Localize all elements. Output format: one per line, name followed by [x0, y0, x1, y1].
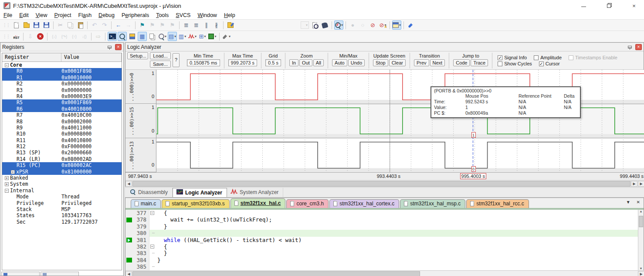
symbol-window-icon[interactable]	[128, 32, 137, 41]
bookmark-clear-icon[interactable]: ⚑	[168, 20, 177, 30]
checkbox-icon[interactable]	[569, 55, 573, 60]
file-tab-stm32f1xx_hal-c[interactable]: stm32f1xx_hal.c	[230, 198, 286, 208]
menu-view[interactable]: View	[32, 12, 51, 19]
dropdown-arrow-icon[interactable]: ▾	[184, 34, 186, 38]
close-panel-icon[interactable]: ×	[115, 44, 122, 50]
checkbox-timestamps-enable[interactable]: Timestamps Enable	[569, 55, 617, 60]
register-row[interactable]: R30x00000000	[2, 87, 122, 93]
file-tab-core_cm3-h[interactable]: core_cm3.h	[286, 199, 329, 208]
code-line[interactable]: 382− {	[125, 243, 639, 250]
register-row[interactable]: R90x40011000	[2, 125, 122, 131]
in-button[interactable]: In	[289, 59, 298, 66]
fold-margin[interactable]	[149, 250, 156, 256]
fold-margin[interactable]: −	[149, 210, 156, 216]
register-row[interactable]: States1033417763	[2, 212, 122, 218]
window-layout-icon[interactable]: ▾	[392, 20, 401, 30]
bookmark-next-icon[interactable]: ⚑	[158, 20, 167, 30]
register-row[interactable]: R00x0001F898	[2, 68, 122, 74]
close-panel-icon[interactable]: ×	[635, 44, 642, 50]
fold-margin[interactable]	[149, 237, 156, 243]
register-row[interactable]: R80x00002000	[2, 119, 122, 125]
scrollbar-thumb[interactable]	[132, 181, 630, 187]
register-row[interactable]: R70x40010C00	[2, 112, 122, 118]
register-row[interactable]: R120xF0000000	[2, 143, 122, 150]
menu-file[interactable]: File	[0, 12, 16, 19]
register-row[interactable]: −Core	[2, 62, 122, 68]
waveform-plot[interactable]: ...000)>>010...00)>>1510...00)>>1310 (PO…	[125, 70, 644, 172]
pane-split-icon[interactable]: ▶	[638, 181, 644, 187]
dropdown-arrow-icon[interactable]: ▾	[195, 34, 197, 38]
register-row[interactable]: R20x00000000	[2, 81, 122, 87]
file-tab-main-c[interactable]: main.c	[131, 199, 161, 208]
fold-margin[interactable]	[149, 263, 156, 270]
register-row[interactable]: Sec129.17722037	[2, 219, 122, 225]
copy-icon[interactable]	[66, 20, 75, 30]
command-window-icon[interactable]: >_	[108, 32, 117, 41]
code-area[interactable]: 377− {378 wait += (uint32_t)(uwTickFreq)…	[125, 210, 639, 270]
code-line[interactable]: 384}	[125, 257, 639, 263]
menu-tools[interactable]: Tools	[153, 12, 172, 19]
register-row[interactable]: +System	[2, 181, 122, 187]
pin-icon[interactable]	[108, 46, 112, 48]
menu-peripherals[interactable]: Peripherals	[118, 12, 153, 19]
step-into-icon[interactable]: {↓}	[50, 32, 59, 41]
dropdown-arrow-icon[interactable]: ▾	[204, 34, 206, 38]
undo-icon[interactable]: ↶	[90, 20, 99, 30]
pin-icon[interactable]	[628, 46, 632, 48]
bookmark-icon[interactable]: ⚑	[138, 20, 147, 30]
checkbox-cursor[interactable]: ✓Cursor	[539, 61, 560, 66]
menu-window[interactable]: Window	[194, 12, 220, 19]
code-button[interactable]: Code	[453, 59, 470, 66]
system-viewer-icon[interactable]: ▾	[208, 32, 217, 41]
scroll-left-icon[interactable]: ◀	[125, 181, 132, 187]
scroll-right-icon[interactable]: ▶	[638, 271, 644, 276]
register-row[interactable]: R15 (PC)0x080002AC	[2, 162, 122, 168]
code-line[interactable]: 385	[125, 263, 639, 270]
clear-button[interactable]: Clear	[389, 59, 406, 66]
file-tab-stm32f1xx_hal_rcc-c[interactable]: stm32f1xx_hal_rcc.c	[466, 199, 529, 208]
all-button[interactable]: All	[313, 59, 324, 66]
tab-registers[interactable]	[41, 272, 79, 276]
code-line[interactable]: 377− {	[125, 210, 639, 216]
step-over-icon[interactable]: {↷}	[60, 32, 69, 41]
expand-icon[interactable]: +	[11, 170, 15, 174]
tab-project[interactable]	[1, 272, 40, 276]
file-tab-stm32f1xx_hal_cortex-c[interactable]: stm32f1xx_hal_cortex.c	[329, 199, 399, 208]
register-row[interactable]: R100x00008000	[2, 131, 122, 137]
fold-margin[interactable]	[149, 257, 156, 263]
watch-window-icon[interactable]: ▾	[158, 32, 167, 41]
debug-session-icon[interactable]: d▾	[334, 20, 343, 30]
trace-window-icon[interactable]: ⊞▾	[198, 32, 207, 41]
breakpoint-kill-icon[interactable]: ⊘×▾	[378, 20, 387, 30]
code-line[interactable]: 378 wait += (uint32_t)(uwTickFreq);	[125, 216, 639, 223]
breakpoint-icon[interactable]: ●	[348, 20, 357, 30]
next-button[interactable]: Next	[430, 59, 445, 66]
dropdown-arrow-icon[interactable]: ▾	[174, 34, 176, 38]
scrollbar-thumb[interactable]	[132, 271, 420, 276]
disassembly-window-icon[interactable]	[118, 32, 127, 41]
register-row[interactable]: R14 (LR)0x080002AD	[2, 156, 122, 162]
register-row[interactable]: R50x0001F869	[2, 99, 122, 106]
scroll-right-icon[interactable]: ▶	[631, 181, 637, 187]
help-button[interactable]: ?	[173, 53, 180, 67]
minimize-button[interactable]	[576, 0, 591, 11]
menu-edit[interactable]: Edit	[16, 12, 32, 19]
checkbox-icon[interactable]	[498, 61, 502, 66]
register-row[interactable]: R10x00010000	[2, 75, 122, 81]
fold-margin[interactable]	[149, 230, 156, 236]
edit-config-icon[interactable]	[226, 20, 235, 30]
outdent-icon[interactable]: ≣	[192, 20, 201, 30]
close-button[interactable]: ×	[627, 0, 641, 11]
register-row[interactable]: R110x40010800	[2, 137, 122, 143]
menu-svcs[interactable]: SVCS	[172, 12, 194, 19]
run-to-line-icon[interactable]: ↓{}	[80, 32, 89, 41]
save-button[interactable]: Save...	[150, 61, 171, 68]
show-next-statement-icon[interactable]: ⇨	[94, 32, 103, 41]
new-file-icon[interactable]	[12, 20, 21, 30]
register-row[interactable]: ModeThread	[2, 194, 122, 200]
register-row[interactable]: R13 (SP)0x20000660	[2, 150, 122, 156]
save-icon[interactable]	[32, 20, 41, 30]
save-all-icon[interactable]	[42, 20, 51, 30]
register-row[interactable]: −Internal	[2, 187, 122, 194]
code-line[interactable]: 383 }	[125, 250, 639, 256]
